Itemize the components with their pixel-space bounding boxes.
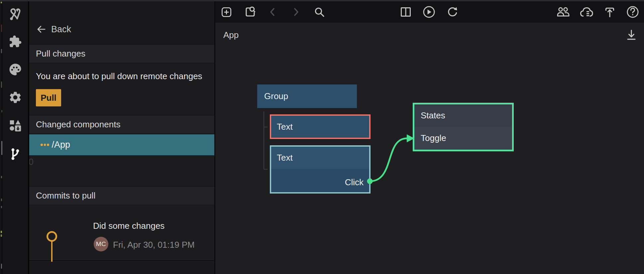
pull-changes-header: Pull changes: [29, 44, 214, 63]
commits-to-pull-header: Commits to pull: [29, 186, 214, 205]
sidebar-top-area: Back: [29, 1, 214, 44]
node-text-2-click-port-label: Click: [345, 177, 364, 188]
version-control-branch-icon[interactable]: [8, 146, 23, 161]
sidebar-bottom-area: [29, 262, 214, 274]
refresh-icon[interactable]: [445, 5, 460, 19]
nav-forward-icon[interactable]: [288, 5, 303, 19]
add-node-icon[interactable]: [219, 5, 234, 19]
nav-back-icon[interactable]: [266, 5, 280, 19]
preview-play-icon[interactable]: [422, 5, 436, 19]
search-icon[interactable]: [312, 5, 327, 19]
commit-graph-node-icon: [47, 231, 57, 242]
component-search-icon[interactable]: [243, 5, 258, 19]
cloud-sync-icon[interactable]: [579, 5, 594, 19]
changed-component-row-app[interactable]: /App: [29, 134, 214, 155]
noodl-logo-icon[interactable]: [8, 6, 23, 21]
plugins-puzzle-icon[interactable]: [8, 34, 23, 49]
window-top-strip: [0, 0, 644, 1]
commit-timestamp: Fri, Apr 30, 01:19 PM: [113, 240, 195, 250]
background-window-sliver: [0, 0, 3, 274]
node-text-1-label: Text: [277, 122, 293, 132]
commits-to-pull-header-label: Commits to pull: [36, 191, 95, 201]
commit-graph-line: [51, 242, 53, 262]
node-states-label: States: [421, 110, 445, 121]
back-arrow-icon: [36, 24, 47, 35]
version-control-sidebar: Back Pull changes You are about to pull …: [29, 1, 214, 274]
node-states-toggle-row[interactable]: Toggle: [414, 127, 512, 150]
node-graph-canvas[interactable]: App Group Text Text Click States Toggle: [215, 1, 644, 274]
download-icon[interactable]: [626, 29, 637, 42]
overflow-text: 0: [29, 157, 34, 167]
node-states-toggle-label: Toggle: [421, 133, 446, 143]
commit-author-avatar: MC: [94, 237, 108, 251]
settings-gear-icon[interactable]: [8, 90, 23, 105]
editor-toolbar: [215, 1, 644, 23]
pull-changes-header-label: Pull changes: [36, 49, 85, 59]
pull-button[interactable]: Pull: [36, 89, 61, 106]
node-group[interactable]: Group: [257, 84, 357, 108]
changed-components-header: Changed components: [29, 115, 214, 134]
back-button[interactable]: Back: [36, 23, 71, 36]
activity-bar: [3, 0, 28, 274]
node-text-2[interactable]: Text Click: [270, 145, 371, 194]
activitybar-sidebar-divider: [28, 0, 29, 274]
back-label: Back: [51, 24, 71, 35]
deploy-share-icon[interactable]: [602, 5, 617, 19]
component-breadcrumb[interactable]: App: [223, 30, 239, 40]
node-text-1[interactable]: Text: [270, 114, 371, 139]
node-states[interactable]: States Toggle: [413, 103, 514, 151]
changed-dots-icon: [41, 144, 49, 146]
split-view-icon[interactable]: [398, 5, 413, 19]
node-group-label: Group: [264, 91, 288, 101]
node-text-2-label: Text: [277, 153, 293, 163]
styles-palette-icon[interactable]: [8, 62, 23, 77]
commit-item[interactable]: Did some changes MC Fri, Apr 30, 01:19 P…: [29, 205, 214, 261]
changed-components-header-label: Changed components: [36, 119, 120, 130]
components-icon[interactable]: [8, 118, 23, 133]
sidebar-canvas-divider: [214, 0, 215, 274]
changed-component-label: /App: [52, 140, 70, 150]
pull-message: You are about to pull down remote change…: [36, 71, 202, 81]
collaborators-icon[interactable]: [556, 5, 571, 19]
commit-message: Did some changes: [93, 221, 164, 231]
help-icon[interactable]: [625, 5, 640, 19]
